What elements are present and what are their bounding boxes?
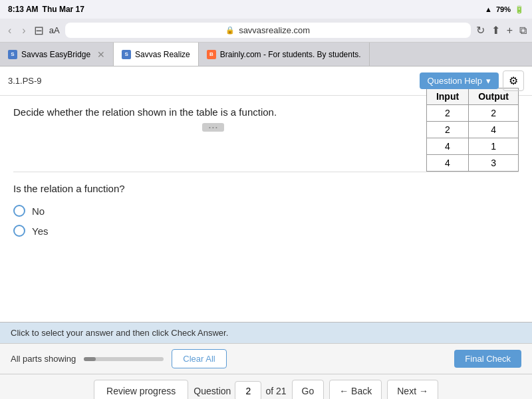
option-no[interactable]: No [13,205,519,217]
instruction-bar: Click to select your answer and then cli… [0,322,532,343]
clear-all-label: Clear All [183,354,215,364]
day: Thu Mar 17 [43,5,84,14]
battery-level: 79% [496,5,511,13]
total-questions: of 21 [265,386,286,396]
share-button[interactable]: ⬆ [491,24,500,37]
input-val: 2 [426,122,468,138]
tab-easybridge-close[interactable]: ✕ [97,49,105,60]
option-yes-label: Yes [32,225,48,237]
tabs-button[interactable]: ⧉ [519,25,527,37]
table-row: 4 3 [426,155,518,172]
tabs-bar: S Savvas EasyBridge ✕ S Savvas Realize B… [0,43,532,66]
back-button[interactable]: ← Back [329,380,382,399]
question-label: Question [194,386,231,396]
drag-handle[interactable]: • • • [13,123,413,132]
problem-id: 3.1.PS-9 [8,76,42,86]
radio-no[interactable] [13,205,25,217]
all-parts-label: All parts showing [11,354,76,364]
wifi-icon: ▲ [485,5,492,13]
data-table-container: Input Output 2 2 2 4 4 1 [426,88,519,172]
back-nav-button[interactable]: ‹ [5,23,14,38]
realize-favicon: S [122,50,131,59]
table-row: 2 4 [426,122,518,138]
clear-all-button[interactable]: Clear All [172,349,226,368]
tab-easybridge-label: Savvas EasyBridge [21,50,90,59]
relation-table: Input Output 2 2 2 4 4 1 [426,88,519,172]
progress-track [84,357,164,361]
settings-button[interactable]: ⚙ [503,70,524,91]
reader-icon: ⊟ [34,23,44,38]
input-val: 2 [426,105,468,122]
tab-brainly[interactable]: B Brainly.com - For students. By student… [199,43,370,66]
go-label: Go [302,386,315,396]
radio-yes[interactable] [13,225,25,237]
question-text: Is the relation a function? [13,183,519,194]
question-number-input[interactable] [235,381,261,399]
tab-brainly-label: Brainly.com - For students. By students. [220,50,361,59]
question-help-button[interactable]: Question Help ▾ [420,72,499,89]
problem-area: Input Output 2 2 2 4 4 1 [13,106,519,118]
drag-dots: • • • [202,123,224,132]
answer-options: No Yes [13,205,519,237]
chevron-down-icon: ▾ [486,76,491,86]
url-text: savvasrealize.com [239,25,310,35]
tab-realize-label: Savvas Realize [135,50,190,59]
nav-bar: Review progress Question of 21 Go ← Back… [0,374,532,399]
forward-nav-button[interactable]: › [19,23,28,38]
time: 8:13 AM [8,5,39,14]
browser-chrome: ‹ › ⊟ aA 🔒 savvasrealize.com ↻ ⬆ + ⧉ [0,19,532,43]
browser-actions: ↻ ⬆ + ⧉ [476,24,527,37]
aa-label: aA [49,25,60,35]
table-row: 4 1 [426,138,518,155]
go-button[interactable]: Go [292,380,325,399]
address-bar[interactable]: 🔒 savvasrealize.com [65,23,471,38]
progress-fill [84,357,96,361]
easybridge-favicon: S [8,50,17,59]
question-help-label: Question Help [428,76,482,86]
review-progress-label: Review progress [106,386,176,396]
output-val: 4 [469,122,519,138]
input-val: 4 [426,155,468,172]
input-val: 4 [426,138,468,155]
new-tab-button[interactable]: + [507,25,513,37]
tab-easybridge[interactable]: S Savvas EasyBridge ✕ [0,43,114,66]
footer-controls: All parts showing Clear All Final Check [0,343,532,374]
review-progress-button[interactable]: Review progress [94,380,188,399]
output-val: 1 [469,138,519,155]
status-bar: 8:13 AM Thu Mar 17 ▲ 79% 🔋 [0,0,532,19]
final-check-label: Final Check [465,354,511,364]
refresh-button[interactable]: ↻ [476,24,485,37]
back-label: ← Back [339,386,372,396]
final-check-button[interactable]: Final Check [454,350,521,368]
instruction-text: Click to select your answer and then cli… [11,328,228,338]
gear-icon: ⚙ [509,75,518,86]
main-content: Input Output 2 2 2 4 4 1 [0,96,532,322]
output-val: 2 [469,105,519,122]
next-button[interactable]: Next → [387,380,438,399]
lock-icon: 🔒 [225,26,235,35]
section-divider [13,172,519,172]
question-navigator: Question of 21 [194,381,286,399]
option-no-label: No [32,205,45,217]
table-row: 2 2 [426,105,518,122]
next-label: Next → [397,386,428,396]
brainly-favicon: B [207,50,216,59]
tab-realize[interactable]: S Savvas Realize [114,43,199,66]
option-yes[interactable]: Yes [13,225,519,237]
battery-icon: 🔋 [515,5,524,14]
output-val: 3 [469,155,519,172]
